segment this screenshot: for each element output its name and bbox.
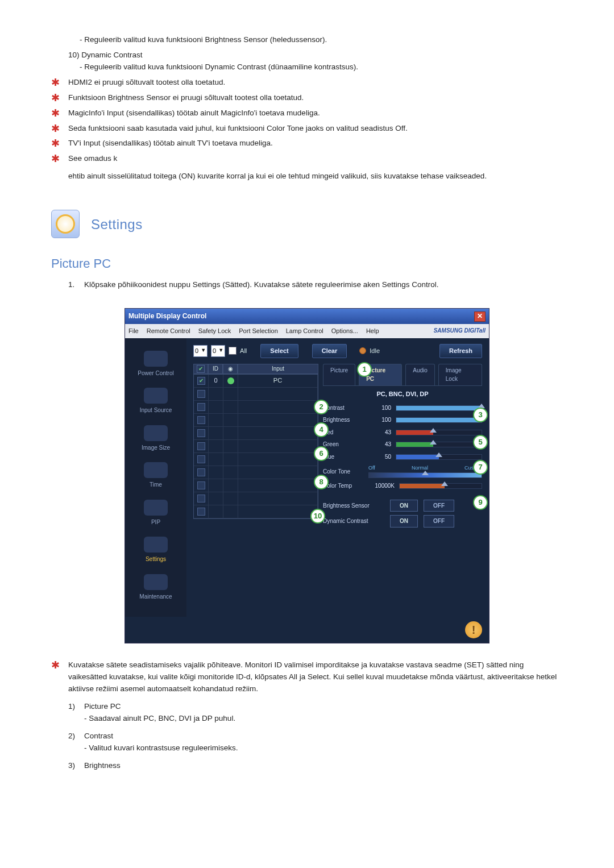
menu-item[interactable]: Options... [331,326,358,336]
table-row[interactable] [194,466,318,479]
brand-label: SAMSUNG DIGITall [434,326,486,336]
item-10-label: 10) Dynamic Contrast [68,49,563,61]
refresh-button[interactable]: Refresh [439,344,482,358]
sidebar-label: Time [131,480,180,489]
sidebar-item[interactable]: Maintenance [131,572,180,607]
sidebar-icon [144,351,168,367]
row-check[interactable] [197,390,205,398]
row-check[interactable] [197,455,205,463]
slider-blue[interactable] [396,454,482,460]
table-row[interactable]: 0PC [194,375,318,388]
colortone-off: Off [368,464,375,472]
row-id: 0 [209,375,223,387]
callout-2: 2 [314,400,329,414]
combo-a[interactable]: 0▼ [193,345,208,357]
menu-item[interactable]: File [128,326,139,336]
row-check[interactable] [197,481,205,489]
label-green: Green [323,440,364,449]
callout-10: 10 [310,509,325,524]
table-row[interactable] [194,427,318,440]
settings-heading: Settings [91,214,143,235]
slider-green[interactable] [396,442,482,447]
callout-7: 7 [473,460,488,475]
slider-brightness[interactable] [396,417,482,423]
table-row[interactable] [194,440,318,453]
table-row[interactable] [194,492,318,505]
sidebar: Power ControlInput SourceImage SizeTimeP… [125,338,186,617]
tab-picture[interactable]: Picture [323,364,355,385]
sidebar-item[interactable]: Settings [131,534,180,570]
tab-audio[interactable]: Audio [405,364,435,385]
row-input: PC [238,375,318,387]
toolbar: 0▼ 0▼ All Select Clear Idle Refresh [193,344,482,358]
row-brightness: Brightness 100 [323,416,482,425]
notes-tail: ehtib ainult sisselülitatud toitega (ON)… [68,171,563,182]
note-text: TV'i Input (sisendallikas) töötab ainult… [68,138,273,149]
slider-contrast[interactable] [396,405,482,411]
label-red: Red [323,428,364,437]
item-9-desc: - Reguleerib valitud kuva funktsiooni Br… [80,34,563,46]
settings-section-icon [51,210,80,238]
select-button[interactable]: Select [260,344,298,358]
brightness-sensor-off[interactable]: OFF [424,500,454,512]
dynamic-contrast-on[interactable]: ON [390,515,418,528]
slider-red[interactable] [396,430,482,435]
def-desc: - Saadaval ainult PC, BNC, DVI ja DP puh… [84,713,563,725]
sidebar-item[interactable]: PIP [131,497,180,533]
clear-button[interactable]: Clear [312,344,347,358]
brightness-sensor-on[interactable]: ON [390,500,418,512]
table-row[interactable] [194,401,318,414]
sidebar-item[interactable]: Input Source [131,385,180,421]
table-row[interactable] [194,414,318,427]
callout-8: 8 [314,475,329,489]
menu-item[interactable]: Port Selection [239,326,277,336]
label-color-temp: Color Temp [323,481,364,491]
def-item: 2)Contrast [68,730,563,742]
row-check[interactable] [197,403,205,411]
menu-item[interactable]: Help [366,326,379,336]
sidebar-item[interactable]: Power Control [131,348,180,384]
warning-icon: ! [465,621,482,638]
row-check[interactable] [197,429,205,437]
close-icon[interactable]: ✕ [474,312,486,322]
row-blue: Blue 50 [323,452,482,462]
row-check[interactable] [197,442,205,450]
value-color-temp: 10000K [368,481,395,491]
menu-item[interactable]: Lamp Control [286,326,323,336]
menu-item[interactable]: Remote Control [147,326,190,336]
note-text: MagicInfo'i Input (sisendallikas) töötab… [68,107,320,119]
row-check[interactable] [197,495,205,502]
row-check[interactable] [197,416,205,424]
grid-header-id: ID [208,364,223,374]
value-brightness: 100 [368,416,391,425]
value-red: 43 [368,428,391,437]
checkbox-all[interactable] [229,347,237,355]
table-row[interactable] [194,505,318,518]
row-check[interactable] [197,508,205,516]
sidebar-item[interactable]: Time [131,460,180,495]
dynamic-contrast-off[interactable]: OFF [424,515,454,528]
combo-b[interactable]: 0▼ [211,345,225,357]
slider-color-temp[interactable] [399,483,482,489]
sidebar-icon [144,500,168,516]
menu-item[interactable]: Safety Lock [198,326,231,336]
row-check[interactable] [197,377,205,385]
def-label: Picture PC [84,701,121,713]
label-contrast: Contrast [323,404,364,413]
row-check[interactable] [197,468,205,476]
table-row[interactable] [194,479,318,492]
sidebar-icon [144,425,168,441]
callout-1: 1 [357,362,372,377]
sidebar-item[interactable]: Image Size [131,423,180,458]
value-blue: 50 [368,452,391,462]
note-text: HDMI2 ei pruugi sõltuvalt tootest olla t… [68,77,225,89]
def-number: 1) [68,701,84,713]
def-label: Contrast [84,730,113,742]
slider-color-tone[interactable] [368,472,482,478]
table-row[interactable] [194,453,318,466]
table-row[interactable] [194,388,318,401]
callout-9: 9 [473,495,488,510]
sidebar-label: PIP [131,518,180,527]
def-label: Brightness [84,760,121,772]
tab-image-lock[interactable]: Image Lock [438,364,482,385]
